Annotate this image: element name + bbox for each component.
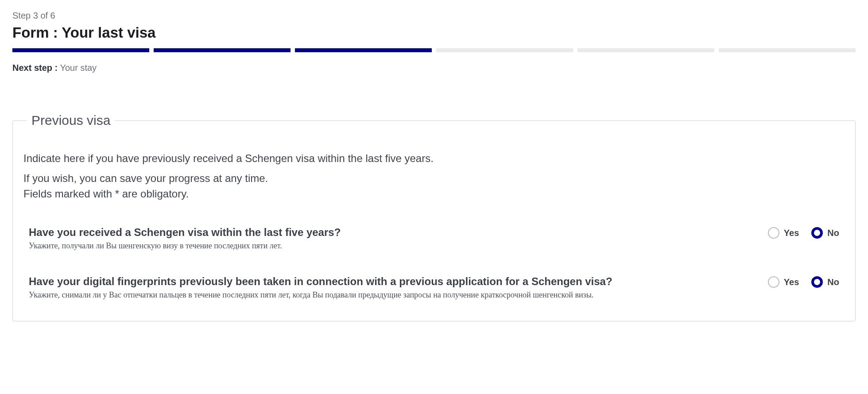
intro-line-2: If you wish, you can save your progress … <box>23 171 845 186</box>
question-text: Have your digital fingerprints previousl… <box>29 275 757 300</box>
progress-bar <box>12 48 856 52</box>
intro-line-1: Indicate here if you have previously rec… <box>23 151 845 166</box>
question-sub: Укажите, получали ли Вы шенгенскую визу … <box>29 241 757 251</box>
progress-segment <box>577 48 714 52</box>
question-sub: Укажите, снимали ли у Вас отпечатки паль… <box>29 290 757 300</box>
radio-no[interactable]: No <box>811 276 839 288</box>
radio-label: Yes <box>784 228 799 238</box>
radio-circle-icon <box>811 227 823 239</box>
page: Step 3 of 6 Form : Your last visa Next s… <box>0 0 868 332</box>
progress-segment <box>295 48 432 52</box>
progress-segment <box>719 48 856 52</box>
radio-group: YesNo <box>768 275 839 288</box>
radio-label: No <box>827 228 839 238</box>
intro-line-3: Fields marked with * are obligatory. <box>23 186 845 202</box>
radio-group: YesNo <box>768 226 839 239</box>
progress-segment <box>12 48 149 52</box>
previous-visa-section: Previous visa Indicate here if you have … <box>12 113 856 321</box>
page-title: Form : Your last visa <box>12 24 856 41</box>
question-main: Have you received a Schengen visa within… <box>29 226 757 239</box>
radio-yes[interactable]: Yes <box>768 276 799 288</box>
radio-circle-icon <box>768 276 779 288</box>
radio-yes[interactable]: Yes <box>768 227 799 239</box>
next-step-label: Next step : <box>12 63 58 73</box>
radio-label: No <box>827 277 839 287</box>
question-main: Have your digital fingerprints previousl… <box>29 275 757 288</box>
radio-label: Yes <box>784 277 799 287</box>
next-step: Next step : Your stay <box>12 63 856 73</box>
radio-circle-icon <box>768 227 779 239</box>
progress-segment <box>436 48 573 52</box>
radio-no[interactable]: No <box>811 227 839 239</box>
progress-segment <box>154 48 291 52</box>
step-indicator: Step 3 of 6 <box>12 11 856 21</box>
radio-circle-icon <box>811 276 823 288</box>
question-text: Have you received a Schengen visa within… <box>29 226 757 251</box>
q-fingerprints: Have your digital fingerprints previousl… <box>23 275 845 300</box>
next-step-value: Your stay <box>60 63 97 73</box>
section-legend: Previous visa <box>27 113 115 128</box>
q-received-schengen: Have you received a Schengen visa within… <box>23 226 845 251</box>
